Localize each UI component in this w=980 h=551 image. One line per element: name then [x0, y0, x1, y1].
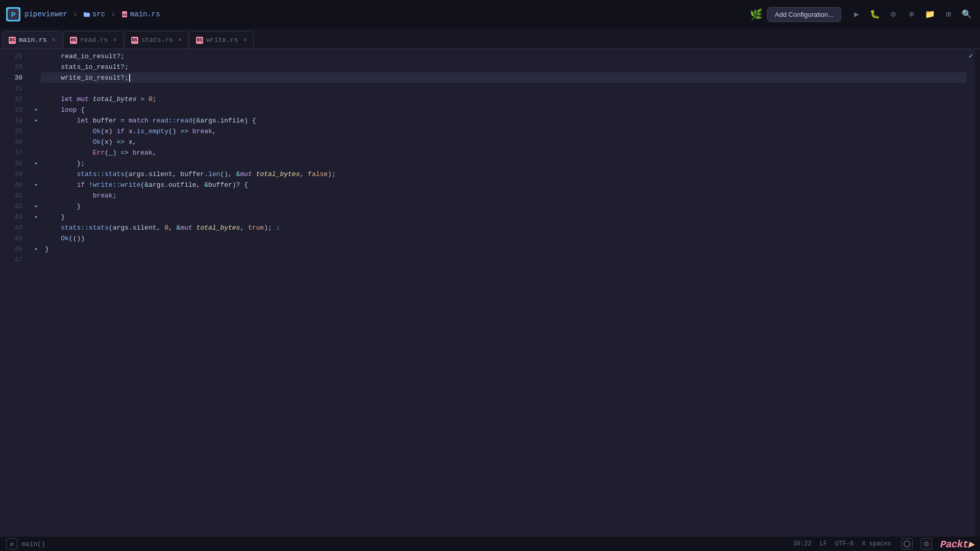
tab-label-write: write.rs — [206, 36, 238, 44]
run-config-label: Add Configuration... — [775, 11, 834, 18]
svg-text:P: P — [11, 11, 16, 18]
tab-label-stats: stats.rs — [141, 36, 173, 44]
tab-stats-rs[interactable]: RS stats.rs × — [125, 31, 189, 48]
code-line-29: stats_io_result?; — [41, 62, 967, 72]
layout-icon[interactable]: ⊞ — [941, 7, 955, 21]
code-line-33: loop { — [41, 105, 967, 115]
debug-icon[interactable]: 🐛 — [868, 7, 882, 21]
tab-file-icon-stats: RS — [131, 37, 138, 44]
breadcrumb-sep-2: › — [110, 9, 116, 19]
line-ending: LF — [820, 540, 827, 547]
code-line-40: if !write::write(&args.outfile, &buffer)… — [41, 180, 967, 190]
svg-rect-3 — [84, 12, 86, 14]
code-line-37: Err(_) => break, — [41, 147, 967, 158]
bell-icon — [903, 540, 911, 547]
tab-file-icon-main: RS — [9, 37, 16, 44]
tab-close-write[interactable]: × — [243, 37, 247, 44]
code-gutter: ◂ ◂ ◂ ◂ ◂ ◂ ◂ — [31, 49, 41, 537]
editor-area: 28 29 30 31 32 33 34 35 36 37 38 39 40 4… — [0, 49, 980, 537]
code-line-46: } — [41, 244, 967, 255]
statusbar: ⊞ main() 30:22 LF UTF-8 4 spaces Packt▶ — [0, 537, 980, 551]
app-name-text: pipeviewer — [24, 10, 67, 18]
folder-breadcrumb[interactable]: src — [83, 10, 105, 18]
play-icon[interactable]: ▶ — [849, 7, 864, 21]
code-line-31 — [41, 83, 967, 94]
zoom-icon[interactable]: ⊕ — [904, 7, 919, 21]
code-editor[interactable]: 28 29 30 31 32 33 34 35 36 37 38 39 40 4… — [0, 49, 980, 537]
right-gutter: ✓ — [967, 49, 975, 537]
code-line-42: } — [41, 201, 967, 212]
svg-point-6 — [904, 541, 910, 547]
code-line-47 — [41, 255, 967, 265]
app-icon: P — [6, 7, 20, 21]
run-button[interactable]: 🌿 — [749, 7, 763, 21]
svg-point-7 — [925, 542, 928, 545]
scrollbar[interactable] — [975, 49, 980, 537]
settings-gear-icon[interactable] — [921, 538, 932, 549]
tab-close-main[interactable]: × — [52, 37, 56, 44]
settings-icon[interactable]: ⚙ — [886, 7, 900, 21]
code-line-30: write_io_result?; — [41, 72, 967, 83]
notifications-icon[interactable] — [901, 538, 913, 549]
tab-file-icon-read: RS — [70, 37, 77, 44]
code-line-39: stats::stats(args.silent, buffer.len(), … — [41, 169, 967, 180]
toolbar-icons: ▶ 🐛 ⚙ ⊕ 📁 ⊞ 🔍 — [849, 7, 974, 21]
svg-text:RS: RS — [122, 13, 127, 16]
line-numbers: 28 29 30 31 32 33 34 35 36 37 38 39 40 4… — [0, 49, 31, 537]
code-line-38: }; — [41, 158, 967, 169]
tab-label-read: read.rs — [80, 36, 108, 44]
code-line-41: break; — [41, 190, 967, 201]
code-lines[interactable]: read_io_result?; stats_io_result?; write… — [41, 49, 967, 537]
code-line-35: Ok(x) if x.is_empty() => break, — [41, 126, 967, 137]
cursor-position: 30:22 — [793, 540, 812, 547]
tab-label-main: main.rs — [19, 36, 47, 44]
code-line-28: read_io_result?; — [41, 51, 967, 62]
code-line-44: stats::stats(args.silent, 0, &mut total_… — [41, 222, 967, 233]
code-line-36: Ok(x) => x, — [41, 137, 967, 147]
tabbar: RS main.rs × RS read.rs × RS stats.rs × … — [0, 29, 980, 49]
encoding: UTF-8 — [835, 540, 853, 547]
gear-status-icon — [923, 540, 930, 547]
code-line-45: Ok(()) — [41, 233, 967, 244]
breadcrumb-sep-1: › — [72, 9, 78, 19]
search-bar-icon[interactable]: 🔍 — [960, 7, 974, 21]
code-line-43: } — [41, 212, 967, 222]
tab-read-rs[interactable]: RS read.rs × — [63, 31, 124, 48]
tab-file-icon-write: RS — [196, 37, 203, 44]
tab-main-rs[interactable]: RS main.rs × — [2, 31, 62, 48]
indent-setting: 4 spaces — [862, 540, 891, 547]
layout-toggle-button[interactable]: ⊞ — [6, 538, 17, 549]
tab-write-rs[interactable]: RS write.rs × — [189, 31, 254, 48]
app-name[interactable]: pipeviewer — [24, 10, 67, 18]
tab-close-read[interactable]: × — [113, 37, 116, 44]
code-line-34: let buffer = match read::read(&args.infi… — [41, 115, 967, 126]
code-line-32: let mut total_bytes = 0; — [41, 94, 967, 105]
files-icon[interactable]: 📁 — [923, 7, 937, 21]
svg-point-8 — [923, 541, 929, 547]
tab-close-stats[interactable]: × — [178, 37, 182, 44]
file-breadcrumb[interactable]: RS main.rs — [121, 10, 160, 18]
function-name: main() — [21, 540, 45, 548]
packt-logo: Packt▶ — [940, 538, 974, 550]
folder-icon — [83, 11, 90, 18]
add-configuration-button[interactable]: Add Configuration... — [767, 7, 841, 22]
file-icon: RS — [121, 11, 128, 18]
titlebar: P pipeviewer › src › RS main.rs 🌿 Add Co… — [0, 0, 980, 29]
